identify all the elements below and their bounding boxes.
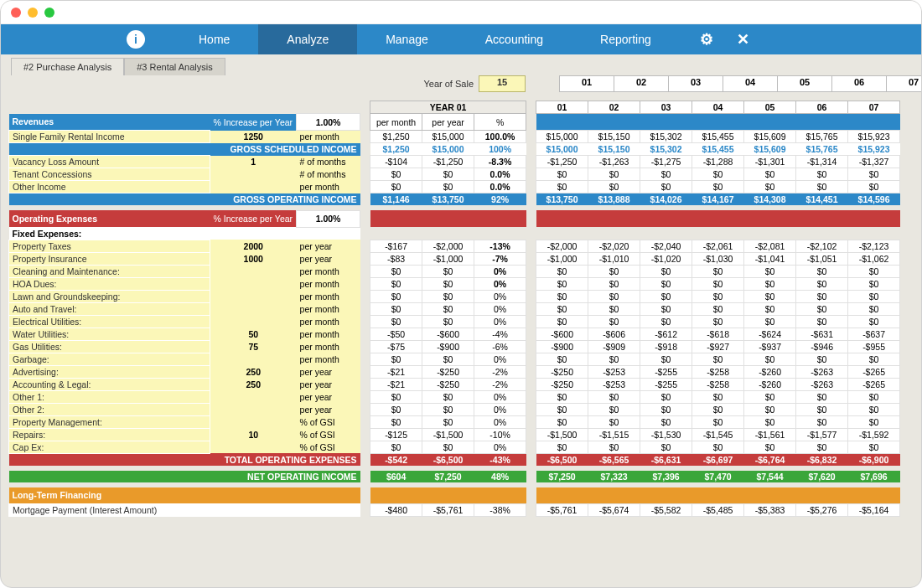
cell: $0: [422, 390, 474, 403]
cell: -$2,123: [848, 240, 900, 252]
year-col: 05: [777, 75, 832, 92]
input-cell[interactable]: [210, 302, 297, 315]
opex-pct[interactable]: 1.00%: [297, 210, 360, 227]
cell: -$21: [370, 365, 422, 378]
cell: $0: [848, 315, 900, 328]
input-cell[interactable]: 2000: [210, 240, 297, 252]
cell: $7,396: [640, 471, 692, 482]
input-cell[interactable]: 1000: [210, 252, 297, 265]
cell: -$265: [848, 378, 900, 390]
cell: -$480: [370, 504, 422, 517]
input-cell[interactable]: 250: [210, 365, 297, 378]
cell: $7,323: [588, 471, 640, 482]
cell: -$955: [848, 340, 900, 353]
min-dot[interactable]: [28, 8, 38, 18]
cell: $0: [848, 353, 900, 365]
cell: -$900: [422, 340, 474, 353]
input-cell[interactable]: 1: [210, 156, 297, 168]
cell: $0: [848, 290, 900, 302]
cell: -7%: [474, 252, 526, 265]
cell: $0: [370, 302, 422, 315]
year-of-sale-input[interactable]: 15: [479, 75, 526, 92]
input-cell[interactable]: [210, 441, 297, 453]
input-cell[interactable]: [210, 290, 297, 302]
cell: $0: [744, 390, 796, 403]
rev-pct[interactable]: 1.00%: [297, 114, 360, 131]
subtabs: #2 Purchase Analysis #3 Rental Analysis: [1, 54, 921, 76]
cell: $0: [370, 168, 422, 181]
cell: $15,150: [588, 143, 640, 156]
nav-analyze[interactable]: Analyze: [258, 24, 357, 54]
cell: -$612: [640, 328, 692, 340]
cell: -$5,582: [640, 504, 692, 517]
cell: $0: [692, 168, 744, 181]
cell: $0: [588, 265, 640, 277]
cell: -$260: [744, 365, 796, 378]
row-label: Other Income: [9, 181, 210, 193]
cell: -$542: [370, 453, 422, 466]
nav-home[interactable]: Home: [170, 24, 258, 54]
year-col: 03: [668, 75, 723, 92]
input-cell[interactable]: 50: [210, 328, 297, 340]
close-dot[interactable]: [11, 8, 21, 18]
cell: -$6,900: [848, 453, 900, 466]
cell: $0: [640, 315, 692, 328]
cell: $7,696: [848, 471, 900, 482]
cell: $0: [536, 277, 588, 290]
input-cell[interactable]: [210, 403, 297, 415]
info-icon[interactable]: i: [127, 30, 145, 49]
nav-accounting[interactable]: Accounting: [457, 24, 572, 54]
row-label: Garbage:: [9, 353, 210, 365]
input-cell[interactable]: [210, 265, 297, 277]
cell: 0.0%: [474, 168, 526, 181]
cell: $0: [422, 277, 474, 290]
cell: $0: [640, 441, 692, 453]
cell: -$909: [588, 340, 640, 353]
input-cell[interactable]: [210, 390, 297, 403]
max-dot[interactable]: [44, 8, 54, 18]
cell: -$1,327: [848, 156, 900, 168]
unit: # of months: [297, 156, 360, 168]
input-cell[interactable]: 1250: [210, 131, 297, 143]
unit: per month: [297, 131, 360, 143]
cell: -$258: [692, 365, 744, 378]
unit: per month: [297, 290, 360, 302]
col: per year: [422, 114, 474, 131]
cell: $0: [796, 415, 848, 428]
cell: -$1,561: [744, 428, 796, 441]
subtab-purchase[interactable]: #2 Purchase Analysis: [11, 58, 124, 75]
input-cell[interactable]: 10: [210, 428, 297, 441]
input-cell[interactable]: [210, 353, 297, 365]
cell: $0: [692, 277, 744, 290]
input-cell[interactable]: 250: [210, 378, 297, 390]
row-label: Lawn and Groundskeeping:: [9, 290, 210, 302]
unit: per month: [297, 315, 360, 328]
input-cell[interactable]: [210, 277, 297, 290]
cell: $0: [588, 390, 640, 403]
input-cell[interactable]: 75: [210, 340, 297, 353]
cell: -$618: [692, 328, 744, 340]
cell: -$50: [370, 328, 422, 340]
input-cell[interactable]: [210, 315, 297, 328]
cell: $0: [370, 353, 422, 365]
financing-header: Long-Term Financing: [9, 487, 360, 504]
nav-reporting[interactable]: Reporting: [572, 24, 680, 54]
input-cell[interactable]: [210, 415, 297, 428]
cell: $14,451: [796, 193, 848, 206]
input-cell[interactable]: [210, 168, 297, 181]
input-cell[interactable]: [210, 181, 297, 193]
cell: -$637: [848, 328, 900, 340]
cell: $0: [692, 403, 744, 415]
nav-manage[interactable]: Manage: [357, 24, 457, 54]
cell: $15,455: [692, 131, 744, 143]
gear-icon[interactable]: ⚙: [700, 30, 713, 49]
cell: $0: [422, 265, 474, 277]
unit: per month: [297, 340, 360, 353]
cell: $0: [848, 181, 900, 193]
cell: $0: [588, 415, 640, 428]
unit: per year: [297, 252, 360, 265]
cell: -$2,020: [588, 240, 640, 252]
subtab-rental[interactable]: #3 Rental Analysis: [124, 58, 225, 75]
cell: $0: [744, 302, 796, 315]
close-icon[interactable]: ✕: [737, 30, 749, 49]
